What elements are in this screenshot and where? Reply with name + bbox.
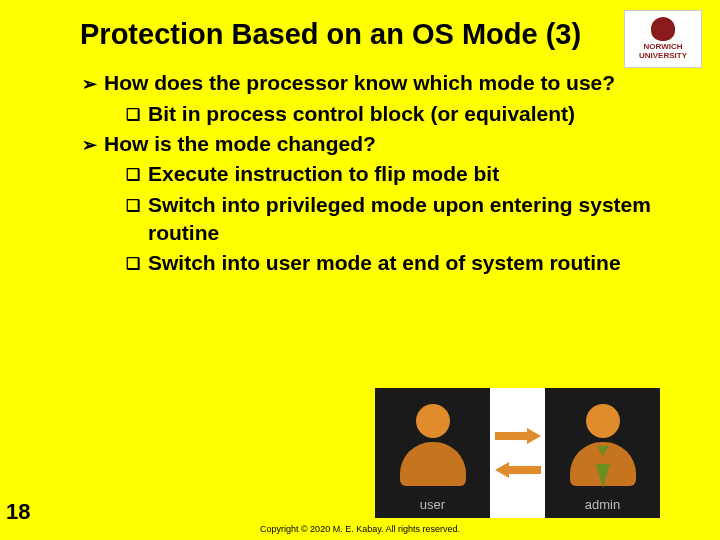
bullet-text: Switch into privileged mode upon enterin… bbox=[148, 193, 651, 244]
square-bullet-icon: ❑ bbox=[126, 195, 148, 217]
slide-number: 18 bbox=[6, 499, 30, 525]
logo-text-2: UNIVERSITY bbox=[639, 52, 687, 61]
arrow-left-icon bbox=[495, 462, 541, 478]
bullet-text: Switch into user mode at end of system r… bbox=[148, 251, 621, 274]
admin-person-icon bbox=[568, 404, 638, 494]
user-label: user bbox=[420, 497, 445, 512]
copyright-text: Copyright © 2020 M. E. Kabay. All rights… bbox=[260, 524, 460, 534]
square-bullet-icon: ❑ bbox=[126, 253, 148, 275]
crest-icon bbox=[651, 17, 675, 41]
bullet-lvl2: ❑Bit in process control block (or equiva… bbox=[102, 100, 660, 128]
bullet-text: Bit in process control block (or equival… bbox=[148, 102, 575, 125]
user-person-icon bbox=[398, 404, 468, 494]
title-area: Protection Based on an OS Mode (3) bbox=[0, 0, 720, 61]
arrow-right-icon bbox=[495, 428, 541, 444]
arrow-exchange bbox=[492, 388, 543, 518]
university-logo: NORWICH UNIVERSITY bbox=[624, 10, 702, 68]
bullet-lvl2: ❑Switch into privileged mode upon enteri… bbox=[102, 191, 660, 248]
arrow-bullet-icon: ➢ bbox=[82, 72, 104, 96]
bullet-text: Execute instruction to flip mode bit bbox=[148, 162, 499, 185]
admin-label: admin bbox=[585, 497, 620, 512]
bullet-lvl1: ➢How does the processor know which mode … bbox=[102, 69, 660, 97]
bullet-lvl2: ❑Switch into user mode at end of system … bbox=[102, 249, 660, 277]
arrow-bullet-icon: ➢ bbox=[82, 133, 104, 157]
admin-panel: admin bbox=[545, 388, 660, 518]
bullet-lvl1: ➢How is the mode changed? bbox=[102, 130, 660, 158]
square-bullet-icon: ❑ bbox=[126, 104, 148, 126]
user-admin-diagram: user admin bbox=[375, 388, 660, 518]
bullet-lvl2: ❑Execute instruction to flip mode bit bbox=[102, 160, 660, 188]
content-body: ➢How does the processor know which mode … bbox=[0, 61, 720, 277]
user-panel: user bbox=[375, 388, 490, 518]
square-bullet-icon: ❑ bbox=[126, 164, 148, 186]
tie-icon bbox=[597, 446, 609, 456]
bullet-text: How is the mode changed? bbox=[104, 132, 376, 155]
slide-title: Protection Based on an OS Mode (3) bbox=[80, 18, 590, 51]
bullet-text: How does the processor know which mode t… bbox=[104, 71, 615, 94]
